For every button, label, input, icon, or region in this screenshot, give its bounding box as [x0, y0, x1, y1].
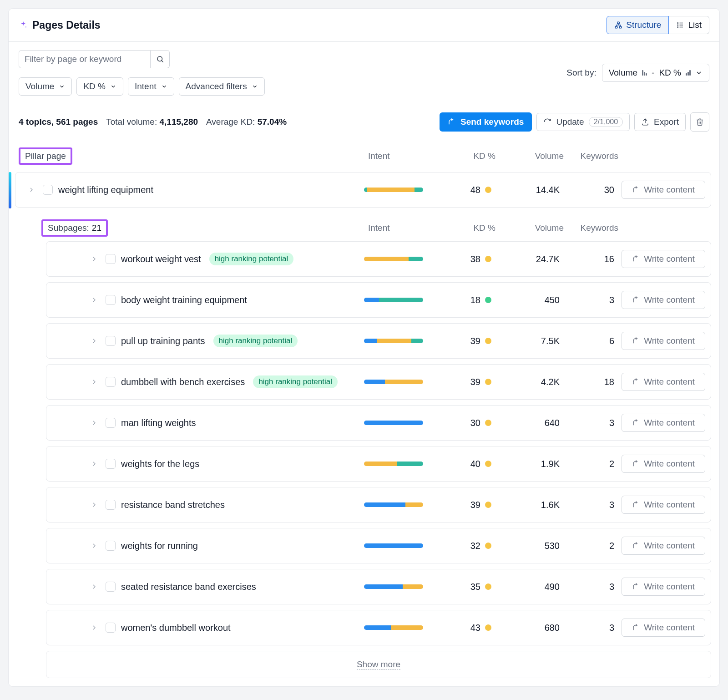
expand-toggle[interactable]	[88, 335, 100, 347]
delete-button[interactable]	[690, 112, 709, 132]
svg-point-9	[157, 56, 162, 61]
row-checkbox[interactable]	[43, 185, 53, 195]
kd-dot	[485, 502, 491, 508]
svg-rect-0	[617, 22, 620, 24]
filter-kd-label: KD %	[83, 81, 106, 91]
row-checkbox[interactable]	[106, 582, 116, 592]
row-checkbox[interactable]	[106, 418, 116, 428]
filter-volume-label: Volume	[25, 81, 54, 91]
expand-toggle[interactable]	[88, 458, 100, 470]
keywords-value: 16	[560, 254, 614, 264]
write-content-button[interactable]: Write content	[622, 455, 705, 473]
write-content-button[interactable]: Write content	[622, 373, 705, 391]
kd-dot	[485, 461, 491, 467]
intent-bar	[364, 584, 423, 589]
write-content-label: Write content	[644, 295, 695, 305]
volume-value: 1.9K	[491, 459, 560, 469]
accent-bar	[9, 172, 11, 208]
export-button[interactable]: Export	[634, 113, 686, 131]
col-keywords: Keywords	[564, 151, 618, 161]
search-button[interactable]	[151, 50, 170, 68]
keywords-value: 3	[560, 623, 614, 633]
col-intent: Intent	[368, 223, 450, 233]
intent-bar	[364, 339, 423, 343]
row-checkbox[interactable]	[106, 295, 116, 305]
row-checkbox[interactable]	[106, 541, 116, 551]
sort-asc-icon	[686, 70, 691, 76]
write-content-button[interactable]: Write content	[622, 250, 705, 268]
row-checkbox[interactable]	[106, 254, 116, 264]
subpage-row: workout weight vesthigh ranking potentia…	[46, 241, 711, 277]
show-more-label: Show more	[357, 659, 400, 670]
expand-toggle[interactable]	[88, 540, 100, 552]
row-checkbox[interactable]	[106, 500, 116, 510]
expand-toggle[interactable]	[88, 294, 100, 306]
share-arrow-icon	[632, 296, 640, 304]
share-arrow-icon	[632, 255, 640, 263]
chevron-right-icon	[91, 296, 98, 304]
write-content-button[interactable]: Write content	[622, 578, 705, 596]
pillar-name: weight lifting equipment	[58, 185, 153, 195]
write-content-label: Write content	[644, 623, 695, 633]
row-checkbox[interactable]	[106, 336, 116, 346]
update-count: 2/1,000	[589, 117, 623, 127]
write-content-button[interactable]: Write content	[622, 537, 705, 555]
write-content-label: Write content	[644, 185, 695, 195]
write-content-label: Write content	[644, 418, 695, 428]
keywords-value: 3	[560, 500, 614, 510]
expand-toggle[interactable]	[88, 417, 100, 429]
row-checkbox[interactable]	[106, 377, 116, 387]
view-structure-button[interactable]: Structure	[607, 16, 669, 34]
row-checkbox[interactable]	[106, 623, 116, 633]
subpage-row: pull up training pantshigh ranking poten…	[46, 323, 711, 359]
update-button[interactable]: Update 2/1,000	[536, 113, 630, 131]
filter-intent[interactable]: Intent	[128, 77, 174, 96]
write-content-button[interactable]: Write content	[622, 414, 705, 432]
send-keywords-button[interactable]: Send keywords	[440, 112, 532, 132]
intent-bar	[364, 543, 423, 548]
expand-toggle[interactable]	[25, 184, 37, 196]
chevron-right-icon	[91, 583, 98, 590]
write-content-button[interactable]: Write content	[622, 619, 705, 637]
kd-value: 18	[470, 295, 480, 305]
filter-advanced[interactable]: Advanced filters	[179, 77, 265, 96]
expand-toggle[interactable]	[88, 499, 100, 511]
write-content-button[interactable]: Write content	[622, 496, 705, 514]
write-content-button[interactable]: Write content	[622, 291, 705, 309]
view-list-label: List	[688, 20, 702, 30]
search-icon	[156, 55, 164, 63]
kd-dot	[485, 583, 491, 590]
share-arrow-icon	[632, 501, 640, 509]
filter-volume[interactable]: Volume	[19, 77, 72, 96]
expand-toggle[interactable]	[88, 581, 100, 593]
subpage-name: man lifting weights	[121, 418, 196, 428]
share-arrow-icon	[632, 419, 640, 427]
volume-value: 7.5K	[491, 336, 560, 346]
search-input[interactable]	[19, 50, 151, 68]
show-more[interactable]: Show more	[46, 651, 711, 678]
subpage-name: pull up training pants	[121, 336, 205, 346]
col-volume: Volume	[495, 223, 564, 233]
send-keywords-label: Send keywords	[460, 117, 524, 127]
row-checkbox[interactable]	[106, 459, 116, 469]
sort-select[interactable]: Volume - KD %	[602, 64, 709, 82]
svg-point-3	[677, 23, 678, 24]
expand-toggle[interactable]	[88, 376, 100, 388]
subpage-row: body weight training equipment184503Writ…	[46, 282, 711, 318]
pillar-volume: 14.4K	[491, 185, 560, 195]
col-kd: KD %	[450, 223, 495, 233]
write-content-button[interactable]: Write content	[622, 181, 705, 199]
filter-kd[interactable]: KD %	[76, 77, 123, 96]
keywords-value: 6	[560, 336, 614, 346]
expand-toggle[interactable]	[88, 622, 100, 634]
expand-toggle[interactable]	[88, 253, 100, 265]
kd-value: 39	[470, 336, 480, 346]
subpage-name: weights for running	[121, 541, 198, 551]
pillar-kd: 48	[470, 185, 480, 195]
share-arrow-icon	[632, 186, 640, 194]
view-list-button[interactable]: List	[669, 16, 709, 34]
write-content-label: Write content	[644, 582, 695, 592]
write-content-button[interactable]: Write content	[622, 332, 705, 350]
keywords-value: 18	[560, 377, 614, 387]
subpage-name: women's dumbbell workout	[121, 623, 231, 633]
